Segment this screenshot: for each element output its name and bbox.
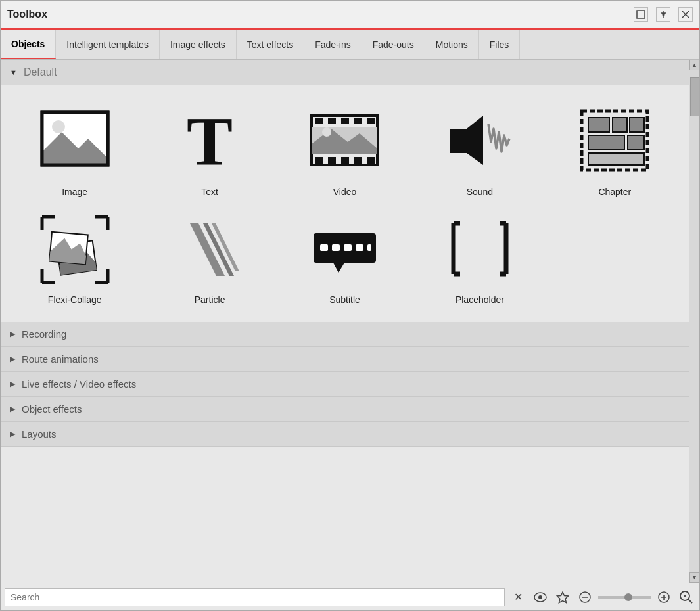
particle-label: Particle bbox=[195, 294, 225, 305]
tab-objects[interactable]: Objects bbox=[1, 30, 56, 59]
image-label: Image bbox=[62, 187, 87, 197]
tab-fade-outs[interactable]: Fade-outs bbox=[362, 30, 425, 59]
item-particle[interactable]: Particle bbox=[142, 204, 277, 311]
zoom-out-button[interactable] bbox=[576, 588, 594, 606]
title-bar-buttons bbox=[634, 7, 693, 22]
bottom-bar: ✕ bbox=[1, 583, 699, 610]
particle-icon bbox=[170, 210, 249, 289]
svg-rect-15 bbox=[341, 118, 349, 124]
item-sound[interactable]: Sound bbox=[412, 96, 547, 204]
svg-marker-55 bbox=[333, 263, 344, 273]
zoom-out-icon bbox=[578, 591, 592, 604]
window-title: Toolbox bbox=[7, 9, 47, 20]
tab-fade-ins[interactable]: Fade-ins bbox=[304, 30, 362, 59]
text-icon: T bbox=[170, 102, 249, 181]
recording-section-header[interactable]: ▶ Recording bbox=[1, 322, 689, 347]
svg-rect-14 bbox=[328, 118, 336, 124]
tabs-bar: Objects Intelligent templates Image effe… bbox=[1, 30, 699, 60]
placeholder-icon bbox=[440, 210, 519, 289]
live-effects-label: Live effects / Video effects bbox=[22, 378, 136, 390]
eye-icon bbox=[534, 592, 547, 602]
item-text[interactable]: T Text bbox=[142, 96, 277, 204]
eye-button[interactable] bbox=[531, 588, 549, 606]
route-animations-arrow: ▶ bbox=[10, 355, 15, 363]
slider-track[interactable] bbox=[598, 596, 651, 599]
svg-marker-26 bbox=[450, 116, 483, 165]
layouts-section-header[interactable]: ▶ Layouts bbox=[1, 422, 689, 447]
svg-rect-16 bbox=[354, 118, 362, 124]
items-grid: Image T Text bbox=[1, 85, 689, 322]
svg-rect-52 bbox=[344, 244, 352, 251]
live-effects-arrow: ▶ bbox=[10, 380, 15, 388]
maximize-icon bbox=[636, 10, 645, 19]
clear-search-button[interactable]: ✕ bbox=[509, 588, 527, 606]
svg-point-9 bbox=[52, 120, 65, 133]
toolbox-window: Toolbox bbox=[0, 0, 700, 611]
svg-rect-20 bbox=[341, 157, 349, 164]
svg-rect-50 bbox=[320, 244, 328, 251]
tab-motions[interactable]: Motions bbox=[425, 30, 479, 59]
svg-rect-29 bbox=[613, 118, 627, 132]
text-label: Text bbox=[201, 187, 218, 197]
subtitle-icon bbox=[305, 210, 384, 289]
svg-point-63 bbox=[538, 595, 542, 599]
item-placeholder[interactable]: Placeholder bbox=[412, 204, 547, 311]
tab-text-effects[interactable]: Text effects bbox=[237, 30, 305, 59]
search-icon bbox=[679, 590, 693, 604]
item-image[interactable]: Image bbox=[7, 96, 142, 204]
search-button[interactable] bbox=[677, 588, 695, 606]
search-input[interactable] bbox=[5, 588, 505, 606]
svg-rect-28 bbox=[588, 118, 609, 132]
svg-rect-18 bbox=[315, 157, 323, 164]
svg-rect-21 bbox=[354, 157, 362, 164]
collapse-arrow: ▼ bbox=[10, 68, 17, 76]
scroll-track[interactable] bbox=[689, 70, 699, 572]
svg-line-71 bbox=[688, 599, 692, 603]
default-section-title: Default bbox=[24, 66, 57, 78]
route-animations-section-header[interactable]: ▶ Route animations bbox=[1, 347, 689, 372]
item-video[interactable]: Video bbox=[277, 96, 412, 204]
scroll-down-button[interactable]: ▼ bbox=[689, 572, 700, 583]
collapsed-sections: ▶ Recording ▶ Route animations ▶ Live ef… bbox=[1, 322, 689, 447]
star-icon bbox=[556, 591, 569, 604]
svg-rect-33 bbox=[588, 153, 644, 165]
subtitle-label: Subtitle bbox=[329, 294, 360, 305]
flexi-collage-icon bbox=[35, 210, 114, 289]
flexi-collage-label: Flexi-Collage bbox=[48, 294, 102, 305]
image-icon bbox=[35, 102, 114, 181]
slider-thumb[interactable] bbox=[624, 593, 632, 601]
layouts-arrow: ▶ bbox=[10, 430, 15, 438]
title-bar: Toolbox bbox=[1, 1, 699, 30]
object-effects-section-header[interactable]: ▶ Object effects bbox=[1, 397, 689, 422]
tab-files[interactable]: Files bbox=[479, 30, 521, 59]
item-chapter[interactable]: Chapter bbox=[548, 96, 682, 204]
tab-image-effects[interactable]: Image effects bbox=[160, 30, 237, 59]
zoom-in-button[interactable] bbox=[655, 588, 673, 606]
svg-rect-19 bbox=[328, 157, 336, 164]
star-button[interactable] bbox=[553, 588, 572, 606]
route-animations-label: Route animations bbox=[22, 353, 99, 365]
placeholder-label: Placeholder bbox=[455, 294, 504, 305]
default-section-header[interactable]: ▼ Default bbox=[1, 60, 689, 85]
pin-button[interactable] bbox=[656, 7, 670, 22]
live-effects-section-header[interactable]: ▶ Live effects / Video effects bbox=[1, 372, 689, 397]
scrollbar[interactable]: ▲ ▼ bbox=[689, 60, 699, 583]
tab-intelligent-templates[interactable]: Intelligent templates bbox=[56, 30, 160, 59]
svg-rect-17 bbox=[367, 118, 375, 124]
svg-text:T: T bbox=[187, 106, 233, 178]
svg-rect-51 bbox=[332, 244, 340, 251]
svg-rect-22 bbox=[367, 157, 375, 164]
scroll-thumb[interactable] bbox=[690, 77, 699, 116]
svg-rect-53 bbox=[356, 244, 363, 251]
recording-label: Recording bbox=[22, 328, 66, 340]
scroll-up-button[interactable]: ▲ bbox=[689, 60, 700, 70]
zoom-slider[interactable] bbox=[598, 596, 651, 599]
item-subtitle[interactable]: Subtitle bbox=[277, 204, 412, 311]
chapter-label: Chapter bbox=[598, 187, 631, 197]
svg-point-25 bbox=[322, 127, 331, 137]
sound-icon bbox=[440, 102, 519, 181]
close-button[interactable] bbox=[678, 7, 693, 22]
item-flexi-collage[interactable]: Flexi-Collage bbox=[7, 204, 142, 311]
object-effects-arrow: ▶ bbox=[10, 405, 15, 413]
maximize-button[interactable] bbox=[634, 7, 648, 22]
